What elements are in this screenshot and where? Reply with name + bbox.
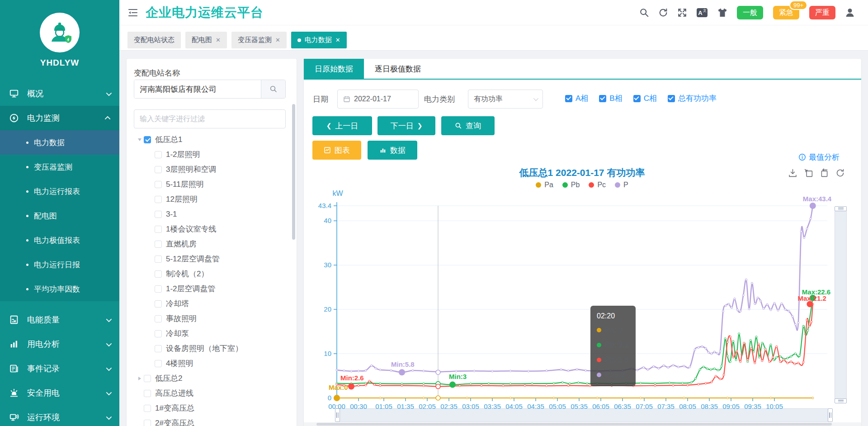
sidebar-subitem[interactable]: 电力极值报表 <box>0 228 119 252</box>
tab-daily-raw-data[interactable]: 日原始数据 <box>304 59 364 79</box>
tree-checkbox[interactable] <box>155 241 162 248</box>
download-icon[interactable] <box>788 168 797 178</box>
tree-node[interactable]: 高压总进线 <box>130 386 289 401</box>
tree-node[interactable]: 1-2层照明 <box>130 147 289 162</box>
tab-chip-配电图[interactable]: 配电图✕ <box>185 32 227 48</box>
prev-day-button[interactable]: ❮上一日 <box>312 116 372 135</box>
phase-checkbox-C相[interactable]: C相 <box>633 93 657 104</box>
tree-scrollbar[interactable] <box>292 104 295 240</box>
max-analysis-link[interactable]: 最值分析 <box>798 152 840 162</box>
tree-checkbox[interactable] <box>155 166 162 173</box>
power-type-select[interactable]: 有功功率 <box>468 90 543 109</box>
tab-chip-变配电站状态[interactable]: 变配电站状态 <box>127 32 181 48</box>
tree-checkbox[interactable] <box>155 345 162 352</box>
date-input[interactable]: 2022-01-17 <box>337 90 419 109</box>
user-icon[interactable] <box>844 7 855 18</box>
tree-checkbox[interactable] <box>155 300 162 308</box>
phase-checkbox-A相[interactable]: A相 <box>565 93 588 104</box>
tree-node[interactable]: 1楼会议室专线 <box>130 222 289 237</box>
datazoom-left-handle[interactable] <box>335 408 340 422</box>
alarm-badge-一般[interactable]: 一般 <box>737 6 763 19</box>
caret-collapsed-icon[interactable] <box>136 374 144 383</box>
tree-node[interactable]: 事故照明 <box>130 311 289 326</box>
sidebar-subitem[interactable]: 电力运行报表 <box>0 179 119 204</box>
tree-node[interactable]: 低压总2 <box>130 371 289 386</box>
sidebar-item-power[interactable]: 电力监测 <box>0 106 119 130</box>
sidebar-subitem-active[interactable]: 电力数据 <box>0 130 119 155</box>
tree-filter-input[interactable] <box>134 109 286 128</box>
sidebar-item-dashboard[interactable]: 概况 <box>0 81 119 106</box>
close-icon[interactable]: ✕ <box>216 37 221 43</box>
chart-refresh-icon[interactable] <box>835 168 845 178</box>
zoom-restore-icon[interactable] <box>820 168 829 178</box>
sidebar-item-safety[interactable]: 安全用电 <box>0 381 119 405</box>
sidebar-subitem[interactable]: 配电图 <box>0 204 119 228</box>
tree-checkbox[interactable] <box>144 405 151 412</box>
tree-node[interactable]: 5-12层空调盘管 <box>130 251 289 266</box>
datazoom-vertical[interactable] <box>835 208 847 402</box>
tree-node[interactable]: 低压总1 <box>130 132 289 147</box>
tree-node[interactable]: 直燃机房 <box>130 237 289 251</box>
checkbox-checked-icon[interactable] <box>565 95 572 102</box>
next-day-button[interactable]: 下一日❯ <box>377 116 435 135</box>
fullscreen-icon[interactable] <box>677 8 687 18</box>
caret-expanded-icon[interactable] <box>136 136 144 144</box>
collapse-menu-icon[interactable] <box>127 7 138 18</box>
tree-node[interactable]: 设备房照明（地下室） <box>130 341 289 356</box>
chart-view-button[interactable]: 图表 <box>312 141 361 160</box>
tree-checkbox[interactable] <box>144 136 151 143</box>
tree-checkbox[interactable] <box>155 196 162 203</box>
alarm-badge-严重[interactable]: 严重 <box>809 6 835 19</box>
datazoom-bottom-handle[interactable] <box>835 398 847 403</box>
sidebar-subitem[interactable]: 平均功率因数 <box>0 277 119 301</box>
tree-checkbox[interactable] <box>144 420 151 426</box>
zoom-select-icon[interactable] <box>804 168 813 178</box>
data-view-button[interactable]: 数据 <box>368 141 417 160</box>
refresh-icon[interactable] <box>658 8 668 18</box>
tree-checkbox[interactable] <box>155 226 162 233</box>
tree-checkbox[interactable] <box>144 390 151 397</box>
tree-checkbox[interactable] <box>155 285 162 293</box>
tree-node[interactable]: 冷却泵 <box>130 326 289 341</box>
tree-checkbox[interactable] <box>155 211 162 218</box>
close-icon[interactable]: ✕ <box>335 37 340 43</box>
scrollbar-thumb[interactable] <box>316 423 832 426</box>
search-icon[interactable] <box>639 8 649 18</box>
tree-node[interactable]: 3层照明和空调 <box>130 162 289 177</box>
phase-checkbox-B相[interactable]: B相 <box>599 93 622 104</box>
checkbox-checked-icon[interactable] <box>599 95 606 102</box>
query-button[interactable]: 查询 <box>441 116 495 135</box>
legend-item-Pa[interactable]: Pa <box>536 181 553 189</box>
phase-checkbox-总有功功率[interactable]: 总有功功率 <box>668 93 717 104</box>
tree-checkbox[interactable] <box>155 360 162 367</box>
sidebar-subitem[interactable]: 变压器监测 <box>0 155 119 179</box>
tab-daily-extreme-data[interactable]: 逐日极值数据 <box>364 59 432 79</box>
tree-checkbox[interactable] <box>155 315 162 322</box>
alarm-badge-紧急[interactable]: 紧急99+ <box>773 6 799 19</box>
tree-node[interactable]: 1#变高压总 <box>130 401 289 416</box>
tree-node[interactable]: 冷却塔 <box>130 296 289 311</box>
station-search-input[interactable] <box>134 80 261 98</box>
tree-node[interactable]: 4楼照明 <box>130 356 289 371</box>
tree-checkbox[interactable] <box>155 181 162 188</box>
tree-node[interactable]: 制冷机（2） <box>130 266 289 281</box>
close-icon[interactable]: ✕ <box>275 37 280 43</box>
tree-node[interactable]: 1-2层空调盘管 <box>130 281 289 296</box>
checkbox-checked-icon[interactable] <box>668 95 675 102</box>
datazoom-horizontal[interactable] <box>337 408 831 422</box>
tree-checkbox[interactable] <box>155 151 162 158</box>
datazoom-right-handle[interactable] <box>828 408 833 422</box>
legend-item-P[interactable]: P <box>615 181 628 189</box>
datazoom-top-handle[interactable] <box>835 206 847 211</box>
legend-item-Pc[interactable]: Pc <box>589 181 606 189</box>
sidebar-item-analysis[interactable]: 用电分析 <box>0 332 119 356</box>
sidebar-item-quality[interactable]: 电能质量 <box>0 308 119 332</box>
sidebar-subitem[interactable]: 电力运行日报 <box>0 252 119 277</box>
tree-checkbox[interactable] <box>144 375 151 382</box>
tab-chip-电力数据[interactable]: 电力数据✕ <box>291 32 347 48</box>
tree-node[interactable]: 12层照明 <box>130 192 289 207</box>
tab-chip-变压器监测[interactable]: 变压器监测✕ <box>231 32 287 48</box>
sidebar-item-environment[interactable]: 运行环境 <box>0 405 119 426</box>
station-search-button[interactable] <box>261 80 285 98</box>
translate-icon[interactable]: A 文 <box>696 7 708 18</box>
